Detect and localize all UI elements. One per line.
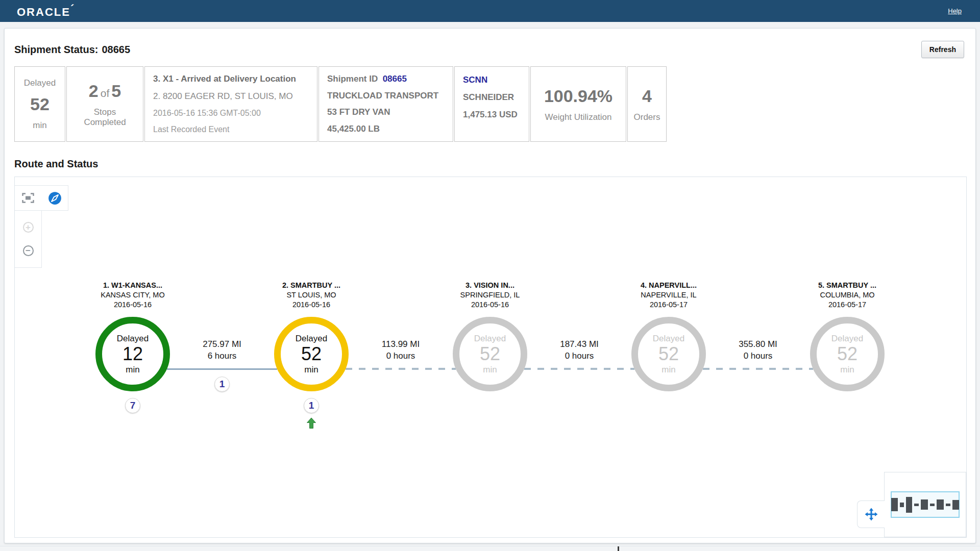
orders-card: 4 Orders (627, 66, 667, 142)
orders-value: 4 (642, 86, 652, 106)
route-map: + − 1. W1-KANSAS... KANSAS CITY, MO 2016… (14, 177, 967, 538)
pan-button[interactable] (857, 500, 885, 528)
scrollbar-tick (618, 546, 619, 551)
zoom-out-icon: − (23, 245, 34, 256)
stop-circle-1[interactable]: Delayed 12 min (95, 317, 170, 391)
leg-count-badge[interactable]: 1 (214, 377, 230, 392)
route-leg-line (524, 368, 634, 370)
route-leg-line (167, 368, 277, 370)
event-datetime: 2016-05-16 15:36 GMT-05:00 (153, 109, 309, 118)
summary-cards-row: Delayed 52 min 2of5 Stops Completed 3. X… (14, 66, 975, 142)
transport-mode: TRUCKLOAD TRANSPORT (327, 91, 445, 101)
route-leg-line (346, 368, 456, 370)
shipment-info-card: Shipment ID 08665 TRUCKLOAD TRANSPORT 53… (318, 66, 453, 142)
fit-to-view-icon (22, 193, 34, 203)
overview-panel (884, 472, 966, 537)
event-label: Last Recorded Event (153, 125, 309, 134)
compass-reset-button[interactable] (47, 191, 62, 205)
fit-to-view-button[interactable] (21, 191, 35, 205)
leg-distance: 187.43 MI 0 hours (524, 338, 634, 362)
weight-utilization-card: 100.94% Weight Utilization (530, 66, 626, 142)
stops-completed-value: 2of5 (89, 81, 121, 101)
stop-circle-4[interactable]: Delayed 52 min (631, 317, 706, 391)
shipment-number: 08665 (102, 44, 130, 55)
compass-icon (48, 191, 62, 205)
zoom-in-button[interactable]: + (21, 220, 35, 234)
delay-unit: min (33, 120, 46, 131)
stops-completed-label: Stops Completed (74, 107, 136, 128)
stop-label: 5. SMARTBUY ... COLUMBIA, MO 2016-05-17 (786, 281, 909, 310)
carrier-code: SCNN (463, 75, 521, 85)
carrier-cost: 1,475.13 USD (463, 110, 521, 120)
pickup-up-arrow-icon (307, 418, 316, 431)
last-event-card: 3. X1 - Arrived at Delivery Location 2. … (144, 66, 317, 142)
top-navigation-bar: ORACLE´ Help (0, 0, 980, 22)
route-leg-line (703, 368, 813, 370)
pan-icon (865, 508, 878, 521)
utilization-label: Weight Utilization (545, 112, 611, 122)
map-zoom-controls: + − (15, 210, 42, 268)
stop-label: 4. NAPERVILL... NAPERVILLE, IL 2016-05-1… (607, 281, 730, 310)
stop-label: 1. W1-KANSAS... KANSAS CITY, MO 2016-05-… (71, 281, 194, 310)
delay-card: Delayed 52 min (14, 66, 65, 142)
refresh-button[interactable]: Refresh (921, 41, 964, 58)
map-toolbar (15, 185, 68, 211)
delay-value: 52 (30, 94, 50, 114)
delay-status: Delayed (24, 78, 56, 88)
stop-label: 2. SMARTBUY ... ST LOUIS, MO 2016-05-16 (250, 281, 373, 310)
horizontal-scrollbar[interactable] (0, 546, 980, 551)
carrier-name: SCHNEIDER (463, 92, 521, 103)
utilization-value: 100.94% (544, 86, 612, 106)
overview-viewport[interactable] (891, 491, 960, 518)
stops-completed-card: 2of5 Stops Completed (66, 66, 143, 142)
shipment-id-value: 08665 (383, 74, 407, 84)
equipment-type: 53 FT DRY VAN (327, 107, 445, 117)
oracle-logo: ORACLE´ (17, 3, 75, 19)
carrier-card: SCNN SCHNEIDER 1,475.13 USD (454, 66, 529, 142)
leg-distance: 275.97 MI 6 hours (167, 338, 277, 362)
leg-distance: 355.80 MI 0 hours (703, 338, 813, 362)
stop-label: 3. VISION IN... SPRINGFIELD, IL 2016-05-… (429, 281, 551, 310)
zoom-in-icon: + (23, 222, 34, 233)
event-title: 3. X1 - Arrived at Delivery Location (153, 74, 309, 84)
leg-distance: 113.99 MI 0 hours (346, 338, 456, 362)
event-address: 2. 8200 EAGER RD, ST LOUIS, MO (153, 91, 309, 102)
stop-circle-5[interactable]: Delayed 52 min (810, 317, 885, 391)
orders-label: Orders (634, 112, 660, 122)
help-link[interactable]: Help (948, 7, 962, 15)
shipment-id-line: Shipment ID 08665 (327, 74, 445, 84)
route-section-title: Route and Status (14, 158, 975, 170)
stop-order-count-badge[interactable]: 1 (304, 398, 319, 413)
stop-circle-2[interactable]: Delayed 52 min (274, 317, 349, 391)
page-header: Shipment Status:08665 Refresh (5, 29, 975, 58)
page-title: Shipment Status:08665 (14, 44, 130, 56)
overview-route-thumbnail (891, 497, 959, 513)
brand-trademark: ´ (70, 3, 75, 15)
stop-order-count-badge[interactable]: 7 (125, 398, 140, 413)
stop-circle-3[interactable]: Delayed 52 min (453, 317, 527, 391)
zoom-out-button[interactable]: − (21, 243, 35, 258)
shipment-weight: 45,425.00 LB (327, 124, 445, 134)
shipment-status-panel: Shipment Status:08665 Refresh Delayed 52… (4, 28, 976, 543)
